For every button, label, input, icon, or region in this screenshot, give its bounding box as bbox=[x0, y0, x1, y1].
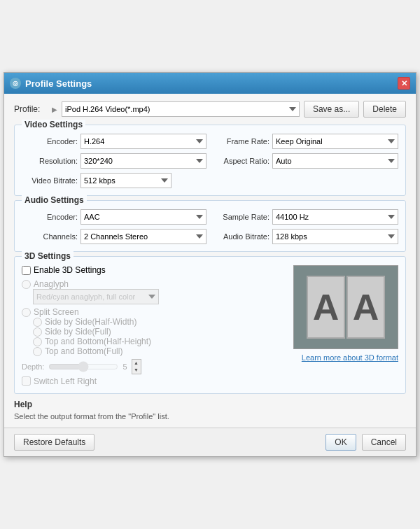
channels-row: Channels: 2 Channels Stereo bbox=[22, 229, 206, 244]
learn-more-link[interactable]: Learn more about 3D format bbox=[302, 353, 398, 362]
sample-rate-label: Sample Rate: bbox=[214, 213, 270, 221]
restore-defaults-button[interactable]: Restore Defaults bbox=[14, 434, 94, 451]
anaglyph-radio-row: Anaglyph bbox=[22, 279, 286, 289]
3d-right-panel: A A Learn more about 3D format bbox=[293, 265, 398, 386]
switch-row: Switch Left Right bbox=[22, 376, 286, 386]
depth-value: 5 bbox=[122, 362, 127, 371]
profile-label: Profile: bbox=[14, 104, 48, 114]
audio-encoder-row: Encoder: AAC bbox=[22, 209, 206, 225]
anaglyph-label: Anaglyph bbox=[34, 279, 69, 289]
depth-down-button[interactable]: ▼ bbox=[132, 367, 141, 374]
aspect-ratio-label: Aspect Ratio: bbox=[214, 157, 270, 165]
frame-rate-row: Frame Rate: Keep Original bbox=[214, 134, 398, 149]
tab-full-radio[interactable] bbox=[33, 347, 42, 356]
audio-encoder-label: Encoder: bbox=[22, 213, 78, 221]
sample-rate-select[interactable]: 44100 Hz bbox=[272, 209, 398, 225]
preview-letter-1: A bbox=[307, 276, 345, 339]
video-bitrate-row: Video Bitrate: 512 kbps bbox=[22, 173, 398, 188]
resolution-label: Resolution: bbox=[22, 157, 78, 165]
depth-up-button[interactable]: ▲ bbox=[132, 360, 141, 367]
app-icon: ◎ bbox=[10, 78, 21, 89]
audio-bitrate-row: Audio Bitrate: 128 kbps bbox=[214, 229, 398, 244]
profile-row: Profile: ▶ iPod H.264 Video(*.mp4) Save … bbox=[14, 101, 406, 118]
switch-left-right-label: Switch Left Right bbox=[34, 376, 97, 386]
enable-3d-label: Enable 3D Settings bbox=[34, 265, 106, 275]
split-screen-label: Split Screen bbox=[34, 307, 79, 317]
sbs-full-label: Side by Side(Full) bbox=[45, 327, 111, 337]
preview-letters: A A bbox=[307, 276, 385, 339]
depth-spinner: ▲ ▼ bbox=[132, 359, 141, 374]
video-settings-title: Video Settings bbox=[22, 120, 85, 129]
encoder-label: Encoder: bbox=[22, 137, 78, 146]
sbs-half-label: Side by Side(Half-Width) bbox=[45, 317, 136, 327]
anaglyph-select-row: Red/cyan anaglyph, full color bbox=[33, 289, 286, 304]
3d-content: Enable 3D Settings Anaglyph Red/cyan ana… bbox=[22, 265, 398, 386]
enable-3d-checkbox[interactable] bbox=[22, 266, 31, 275]
split-options-group: Side by Side(Half-Width) Side by Side(Fu… bbox=[33, 317, 286, 356]
help-section: Help Select the output format from the "… bbox=[14, 400, 406, 421]
3d-left-panel: Enable 3D Settings Anaglyph Red/cyan ana… bbox=[22, 265, 286, 386]
frame-rate-select[interactable]: Keep Original bbox=[272, 134, 398, 149]
encoder-row: Encoder: H.264 bbox=[22, 134, 206, 149]
anaglyph-select: Red/cyan anaglyph, full color bbox=[33, 289, 159, 304]
depth-label: Depth: bbox=[22, 362, 44, 371]
help-text: Select the output format from the "Profi… bbox=[14, 412, 406, 421]
split-option-4: Top and Bottom(Full) bbox=[33, 346, 286, 356]
close-button[interactable]: ✕ bbox=[398, 77, 410, 90]
anaglyph-radio[interactable] bbox=[22, 280, 31, 289]
frame-rate-label: Frame Rate: bbox=[214, 137, 270, 146]
preview-letter-2: A bbox=[346, 276, 385, 339]
depth-row: Depth: 5 ▲ ▼ bbox=[22, 359, 286, 374]
audio-settings-title: Audio Settings bbox=[22, 195, 87, 205]
aspect-ratio-row: Aspect Ratio: Auto bbox=[214, 153, 398, 169]
bottom-bar: Restore Defaults OK Cancel bbox=[4, 428, 416, 456]
ok-button[interactable]: OK bbox=[326, 434, 356, 451]
tab-full-label: Top and Bottom(Full) bbox=[45, 346, 122, 356]
split-option-3: Top and Bottom(Half-Height) bbox=[33, 337, 286, 346]
profile-icon: ▶ bbox=[52, 106, 57, 113]
enable-3d-row: Enable 3D Settings bbox=[22, 265, 286, 275]
audio-bitrate-label: Audio Bitrate: bbox=[214, 232, 270, 241]
sample-rate-row: Sample Rate: 44100 Hz bbox=[214, 209, 398, 225]
3d-preview: A A bbox=[293, 265, 398, 349]
switch-left-right-checkbox[interactable] bbox=[22, 376, 31, 386]
channels-label: Channels: bbox=[22, 232, 78, 241]
cancel-button[interactable]: Cancel bbox=[362, 434, 406, 451]
save-as-button[interactable]: Save as... bbox=[304, 101, 359, 118]
dialog-content: Profile: ▶ iPod H.264 Video(*.mp4) Save … bbox=[4, 94, 416, 428]
resolution-select[interactable]: 320*240 bbox=[80, 153, 206, 169]
audio-encoder-select[interactable]: AAC bbox=[80, 209, 206, 225]
title-bar: ◎ Profile Settings ✕ bbox=[4, 73, 416, 94]
video-settings-grid: Encoder: H.264 Frame Rate: Keep Original… bbox=[22, 134, 398, 169]
sbs-full-radio[interactable] bbox=[33, 327, 42, 337]
tab-half-label: Top and Bottom(Half-Height) bbox=[45, 337, 151, 346]
depth-slider[interactable] bbox=[48, 361, 118, 372]
3d-settings-title: 3D Settings bbox=[22, 251, 74, 261]
video-bitrate-select[interactable]: 512 kbps bbox=[80, 173, 172, 188]
profile-settings-dialog: ◎ Profile Settings ✕ Profile: ▶ iPod H.2… bbox=[4, 72, 416, 457]
3d-settings-section: 3D Settings Enable 3D Settings Anaglyph bbox=[14, 256, 406, 394]
profile-select[interactable]: iPod H.264 Video(*.mp4) bbox=[62, 101, 300, 117]
split-screen-radio[interactable] bbox=[22, 308, 31, 317]
delete-button[interactable]: Delete bbox=[363, 101, 406, 118]
dialog-title: Profile Settings bbox=[25, 78, 393, 89]
bottom-right-buttons: OK Cancel bbox=[326, 434, 406, 451]
help-title: Help bbox=[14, 400, 406, 409]
video-bitrate-label: Video Bitrate: bbox=[22, 176, 78, 185]
split-option-1: Side by Side(Half-Width) bbox=[33, 317, 286, 327]
audio-settings-grid: Encoder: AAC Sample Rate: 44100 Hz Chann… bbox=[22, 209, 398, 244]
video-settings-section: Video Settings Encoder: H.264 Frame Rate… bbox=[14, 125, 406, 196]
audio-settings-section: Audio Settings Encoder: AAC Sample Rate:… bbox=[14, 200, 406, 252]
channels-select[interactable]: 2 Channels Stereo bbox=[80, 229, 206, 244]
split-screen-radio-row: Split Screen bbox=[22, 307, 286, 317]
aspect-ratio-select[interactable]: Auto bbox=[272, 153, 398, 169]
split-option-2: Side by Side(Full) bbox=[33, 327, 286, 337]
tab-half-radio[interactable] bbox=[33, 337, 42, 346]
sbs-half-radio[interactable] bbox=[33, 318, 42, 327]
audio-bitrate-select[interactable]: 128 kbps bbox=[272, 229, 398, 244]
encoder-select[interactable]: H.264 bbox=[80, 134, 206, 149]
resolution-row: Resolution: 320*240 bbox=[22, 153, 206, 169]
